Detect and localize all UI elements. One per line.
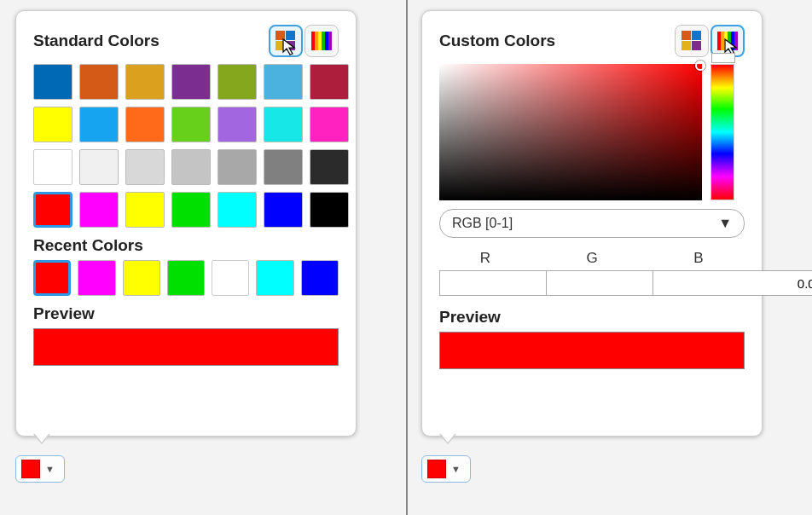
preview-title-left: Preview — [33, 304, 339, 323]
palette-grid-icon — [681, 30, 703, 52]
preview-title-right: Preview — [439, 308, 745, 327]
color-swatch[interactable] — [125, 64, 165, 100]
popover-pointer — [439, 434, 456, 444]
picker-mode-tabs — [269, 25, 339, 57]
palette-grid-icon — [275, 30, 297, 52]
color-swatch[interactable] — [264, 64, 303, 100]
chevron-down-icon: ▼ — [45, 464, 55, 474]
recent-color-swatch[interactable] — [212, 260, 249, 296]
saturation-value-box[interactable] — [439, 64, 702, 200]
g-spinner: ▲ ▼ — [546, 270, 638, 296]
svg-rect-13 — [682, 41, 691, 50]
svg-rect-7 — [318, 32, 322, 50]
color-swatch[interactable] — [125, 107, 165, 142]
recent-colors-title: Recent Colors — [33, 236, 339, 255]
svg-rect-8 — [322, 32, 325, 50]
chevron-down-icon: ▼ — [451, 464, 461, 474]
color-swatch[interactable] — [310, 192, 349, 228]
color-mode-label: RGB [0-1] — [452, 216, 513, 231]
color-swatch[interactable] — [171, 107, 211, 142]
svg-rect-10 — [328, 32, 332, 50]
svg-rect-5 — [311, 32, 315, 50]
b-label: B — [693, 250, 703, 267]
standard-colors-panel: Standard Colors — [15, 10, 357, 437]
r-label: R — [480, 250, 490, 267]
svg-rect-11 — [682, 31, 691, 40]
recent-color-swatch[interactable] — [33, 260, 71, 296]
color-swatch[interactable] — [310, 107, 349, 142]
chevron-down-icon: ▼ — [718, 216, 732, 231]
svg-rect-3 — [286, 41, 295, 50]
r-spinner: ▲ ▼ — [439, 270, 531, 296]
color-swatch[interactable] — [218, 149, 257, 185]
sv-indicator[interactable] — [695, 61, 705, 71]
custom-tab-button[interactable] — [304, 25, 339, 57]
recent-color-swatch[interactable] — [78, 260, 115, 296]
svg-rect-19 — [731, 32, 734, 50]
recent-color-swatch[interactable] — [167, 260, 205, 296]
spectrum-icon — [716, 30, 739, 52]
svg-rect-15 — [717, 32, 721, 50]
color-swatch[interactable] — [310, 64, 349, 100]
color-picker-trigger[interactable]: ▼ — [15, 455, 65, 483]
standard-swatch-grid — [33, 64, 339, 228]
color-swatch[interactable] — [125, 192, 165, 228]
color-swatch[interactable] — [33, 107, 72, 142]
svg-rect-14 — [692, 41, 701, 50]
color-swatch[interactable] — [171, 64, 211, 100]
trigger-swatch — [21, 460, 40, 478]
svg-rect-18 — [728, 32, 731, 50]
color-swatch[interactable] — [79, 64, 119, 100]
color-swatch[interactable] — [218, 107, 257, 142]
svg-rect-9 — [325, 32, 328, 50]
svg-rect-20 — [734, 32, 738, 50]
svg-rect-17 — [724, 32, 728, 50]
recent-color-swatch[interactable] — [301, 260, 339, 296]
svg-rect-16 — [721, 32, 724, 50]
recent-color-swatch[interactable] — [123, 260, 160, 296]
b-spinner: ▲ ▼ — [652, 270, 745, 296]
color-swatch[interactable] — [79, 192, 119, 228]
custom-colors-panel: Custom Colors — [421, 10, 763, 437]
svg-rect-2 — [276, 41, 285, 50]
standard-tab-button[interactable] — [675, 25, 709, 57]
spectrum-icon — [310, 30, 333, 52]
trigger-swatch — [427, 460, 446, 478]
recent-color-swatch[interactable] — [256, 260, 293, 296]
standard-tab-button[interactable] — [269, 25, 303, 57]
color-swatch[interactable] — [171, 149, 211, 185]
g-label: G — [586, 250, 597, 267]
svg-rect-12 — [692, 31, 701, 40]
svg-rect-0 — [276, 31, 285, 40]
color-swatch[interactable] — [218, 192, 257, 228]
color-swatch[interactable] — [264, 192, 303, 228]
color-swatch[interactable] — [310, 149, 349, 185]
color-mode-select[interactable]: RGB [0-1] ▼ — [439, 209, 745, 238]
color-swatch[interactable] — [79, 149, 119, 185]
svg-rect-6 — [315, 32, 318, 50]
color-swatch[interactable] — [218, 64, 257, 100]
custom-colors-title: Custom Colors — [439, 32, 555, 50]
color-swatch[interactable] — [79, 107, 119, 142]
recent-swatch-row — [33, 260, 339, 296]
color-swatch[interactable] — [125, 149, 165, 185]
color-swatch[interactable] — [264, 107, 303, 142]
color-picker-trigger[interactable]: ▼ — [421, 455, 471, 483]
popover-pointer — [33, 434, 50, 444]
svg-rect-1 — [286, 31, 295, 40]
preview-bar — [439, 332, 745, 369]
hue-slider[interactable] — [710, 64, 734, 200]
standard-colors-title: Standard Colors — [33, 32, 160, 50]
color-swatch[interactable] — [171, 192, 211, 228]
color-swatch[interactable] — [33, 64, 72, 100]
color-swatch[interactable] — [33, 192, 72, 228]
color-swatch[interactable] — [264, 149, 303, 185]
preview-bar — [33, 328, 339, 366]
color-swatch[interactable] — [33, 149, 72, 185]
b-input[interactable] — [652, 270, 812, 296]
